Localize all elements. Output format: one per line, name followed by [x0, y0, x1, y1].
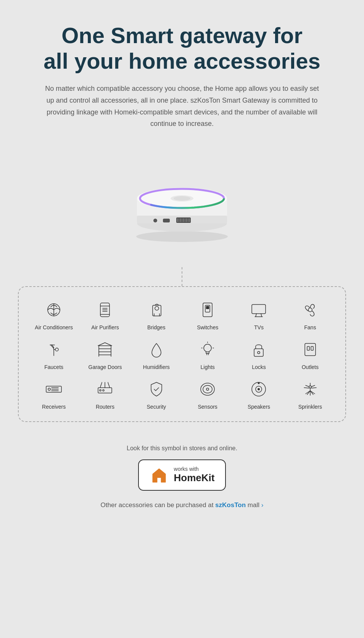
svg-rect-5 [163, 219, 170, 222]
accessory-item-tv: TVs [235, 298, 282, 330]
svg-point-60 [206, 388, 209, 390]
svg-point-37 [55, 348, 58, 351]
speaker-icon [247, 378, 270, 401]
accessory-item-sprinkler: Sprinklers [287, 378, 334, 410]
bridges-icon [145, 298, 168, 321]
switches-icon [196, 298, 219, 321]
homekit-badge: works with HomeKit [138, 459, 226, 491]
accessory-label-switches: Switches [197, 324, 218, 330]
lock-icon [247, 338, 270, 361]
accessory-label-lock: Locks [252, 364, 266, 370]
accessories-grid: Air Conditioners Air Purifiers Bridges S… [30, 298, 334, 410]
svg-point-30 [155, 306, 159, 310]
homekit-title: HomeKit [174, 472, 215, 484]
svg-point-41 [204, 344, 211, 352]
fan-icon [299, 298, 322, 321]
receiver-icon [42, 378, 65, 401]
accessory-label-light: Lights [200, 364, 214, 370]
page-title: One Smart gateway for all your home acce… [43, 23, 320, 74]
svg-point-48 [258, 351, 260, 354]
accessory-label-air-conditioner: Air Conditioners [35, 324, 73, 330]
svg-point-58 [100, 390, 101, 391]
accessory-item-speaker: Speakers [235, 378, 282, 410]
page-subtitle: No matter which compatible accessory you… [41, 83, 323, 129]
chevron-icon: › [261, 501, 264, 509]
accessory-label-air-purifier: Air Purifiers [91, 324, 119, 330]
accessory-label-receiver: Receivers [42, 404, 66, 410]
garage-door-icon [93, 338, 116, 361]
accessory-label-garage-door: Garage Doors [89, 364, 122, 370]
svg-point-59 [103, 390, 104, 391]
other-accessories-text: Other accessories can be purchased at sz… [101, 501, 264, 509]
svg-rect-47 [254, 349, 263, 356]
accessory-item-faucet: Faucets [30, 338, 77, 370]
accessory-item-outlet: Outlets [287, 338, 334, 370]
look-for-text: Look for this symbol in stores and onlin… [127, 445, 237, 452]
accessory-item-receiver: Receivers [30, 378, 77, 410]
accessory-item-security: Security [133, 378, 180, 410]
air-purifier-icon [93, 298, 116, 321]
gateway-device-image [117, 145, 247, 259]
accessory-item-garage-door: Garage Doors [81, 338, 129, 370]
svg-point-4 [153, 219, 157, 222]
accessories-box: Air Conditioners Air Purifiers Bridges S… [18, 286, 346, 422]
accessory-item-switches: Switches [184, 298, 231, 330]
accessory-label-tv: TVs [254, 324, 264, 330]
accessory-item-bridges: Bridges [133, 298, 180, 330]
svg-rect-51 [311, 346, 313, 350]
router-icon [93, 378, 116, 401]
security-icon [145, 378, 168, 401]
outlet-icon [299, 338, 322, 361]
accessory-label-humidifier: Humidifiers [143, 364, 170, 370]
accessory-label-bridges: Bridges [147, 324, 165, 330]
svg-rect-33 [206, 306, 209, 309]
accessory-label-outlet: Outlets [302, 364, 319, 370]
svg-rect-49 [305, 343, 316, 356]
accessory-item-air-purifier: Air Purifiers [81, 298, 129, 330]
accessory-item-humidifier: Humidifiers [133, 338, 180, 370]
svg-point-64 [258, 382, 260, 384]
svg-rect-57 [98, 388, 112, 393]
svg-rect-68 [157, 478, 161, 482]
svg-point-53 [48, 388, 50, 390]
page-wrapper: One Smart gateway for all your home acce… [0, 0, 364, 528]
accessory-item-router: Routers [81, 378, 129, 410]
sensor-icon [196, 378, 219, 401]
accessory-label-fan: Fans [304, 324, 316, 330]
homekit-text-block: works with HomeKit [174, 466, 215, 484]
svg-point-20 [174, 196, 190, 201]
connector [182, 267, 182, 286]
szkoston-link[interactable]: szKosTon [215, 501, 246, 509]
svg-rect-50 [307, 346, 309, 350]
light-icon [196, 338, 219, 361]
accessory-item-sensor: Sensors [184, 378, 231, 410]
humidifier-icon [145, 338, 168, 361]
accessory-label-sprinkler: Sprinklers [298, 404, 322, 410]
accessory-label-sensor: Sensors [198, 404, 217, 410]
accessory-item-lock: Locks [235, 338, 282, 370]
air-conditioner-icon [42, 298, 65, 321]
accessory-item-light: Lights [184, 338, 231, 370]
svg-point-36 [308, 308, 312, 312]
svg-point-0 [136, 231, 228, 242]
svg-point-63 [258, 388, 260, 390]
faucet-icon [42, 338, 65, 361]
accessory-label-speaker: Speakers [248, 404, 270, 410]
sprinkler-icon [299, 378, 322, 401]
accessory-label-security: Security [147, 404, 166, 410]
homekit-house-icon [150, 466, 169, 485]
accessory-item-air-conditioner: Air Conditioners [30, 298, 77, 330]
accessory-item-fan: Fans [287, 298, 334, 330]
accessory-label-faucet: Faucets [44, 364, 63, 370]
tv-icon [247, 298, 270, 321]
homekit-works-with-label: works with [174, 466, 215, 472]
svg-point-65 [309, 386, 311, 388]
accessory-label-router: Routers [96, 404, 114, 410]
svg-rect-34 [252, 304, 266, 314]
